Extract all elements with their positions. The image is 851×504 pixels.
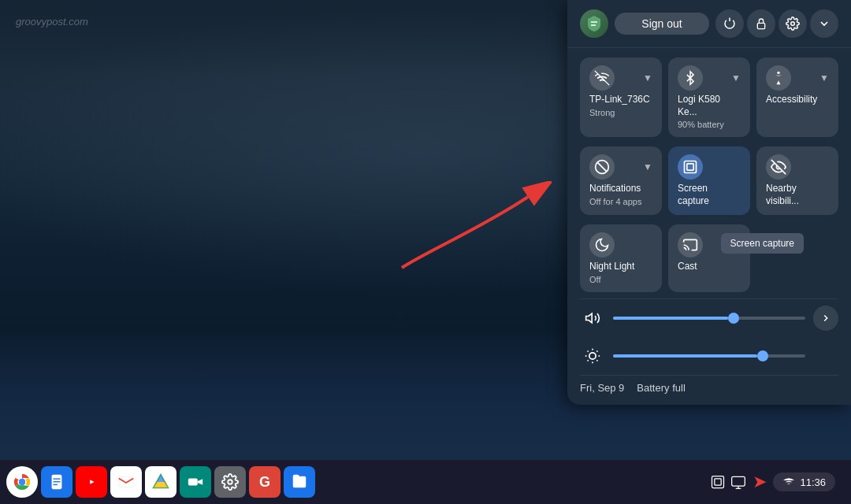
brightness-fill — [613, 354, 757, 358]
notifications-tile[interactable]: ▼ Notifications Off for 4 apps — [580, 146, 662, 215]
lock-button[interactable] — [747, 9, 775, 38]
svg-rect-26 — [53, 478, 60, 479]
header-icons — [715, 9, 838, 38]
svg-rect-3 — [757, 23, 764, 28]
cast-tile-header: ▼ — [678, 232, 741, 258]
taskbar-drive[interactable] — [145, 466, 177, 498]
notifications-arrow: ▼ — [643, 161, 652, 172]
nearby-icon — [766, 154, 791, 180]
wifi-tile-header: ▼ — [589, 65, 652, 91]
panel-header: Sign out — [567, 0, 851, 48]
taskbar-youtube[interactable] — [76, 466, 107, 498]
taskbar-status-area[interactable]: 11:36 — [773, 472, 835, 491]
accessibility-label: Accessibility — [766, 94, 817, 106]
svg-rect-35 — [188, 478, 198, 485]
nearby-visibility-tile[interactable]: Nearby visibili... — [756, 146, 838, 215]
taskbar-chrome[interactable] — [6, 466, 38, 498]
svg-point-4 — [791, 22, 795, 26]
screen-capture-tile[interactable]: Screen capture — [668, 146, 750, 215]
user-avatar — [580, 9, 608, 38]
svg-rect-38 — [715, 479, 721, 485]
bluetooth-icon — [678, 65, 703, 91]
quick-settings-panel: Sign out — [567, 0, 851, 405]
svg-point-5 — [777, 72, 779, 74]
expand-button[interactable] — [810, 9, 838, 38]
accessibility-arrow: ▼ — [819, 72, 829, 83]
svg-point-36 — [228, 480, 232, 484]
cast-icon — [678, 232, 703, 258]
svg-rect-27 — [53, 481, 60, 482]
bluetooth-sublabel: 90% battery — [678, 120, 724, 129]
screen-capture-icon — [678, 154, 703, 180]
volume-fill — [613, 317, 728, 320]
taskbar-apps: G — [6, 466, 700, 498]
wifi-label: TP-Link_736C — [589, 94, 650, 106]
taskbar-gmail[interactable] — [110, 466, 142, 498]
watermark: groovypost.com — [16, 16, 88, 28]
taskbar-display-icon — [730, 474, 746, 490]
power-button[interactable] — [715, 9, 744, 38]
tiles-row-1: ▼ TP-Link_736C Strong ▼ Logi K580 Ke... … — [567, 48, 851, 146]
sign-out-button[interactable]: Sign out — [615, 13, 709, 35]
wifi-sublabel: Strong — [589, 108, 615, 117]
empty-tile-3 — [756, 224, 838, 292]
svg-point-13 — [589, 353, 596, 359]
taskbar-meet[interactable] — [180, 466, 211, 498]
night-light-sublabel: Off — [589, 275, 600, 284]
brightness-slider-row — [567, 337, 851, 375]
taskbar-wifi-icon — [782, 476, 795, 488]
brightness-icon — [580, 343, 605, 369]
panel-footer: Fri, Sep 9 Battery full — [567, 376, 851, 405]
taskbar: G ➤ 11:36 — [0, 460, 851, 504]
svg-line-21 — [596, 350, 597, 351]
svg-line-17 — [596, 360, 597, 361]
nearby-label: Nearby visibili... — [766, 183, 829, 207]
wifi-icon — [589, 65, 615, 91]
taskbar-status-icons — [710, 474, 746, 490]
night-light-tile[interactable]: Night Light Off — [580, 224, 662, 292]
night-light-header — [589, 232, 652, 258]
svg-rect-37 — [712, 476, 724, 488]
cast-label: Cast — [678, 261, 697, 273]
tiles-row-2: ▼ Notifications Off for 4 apps Screen ca… — [567, 146, 851, 224]
volume-track[interactable] — [613, 317, 805, 320]
accessibility-tile[interactable]: ▼ Accessibility — [756, 57, 838, 137]
notifications-icon — [589, 154, 615, 180]
svg-line-7 — [597, 162, 607, 172]
taskbar-docs[interactable] — [41, 466, 72, 498]
volume-slider-row — [567, 299, 851, 337]
svg-rect-39 — [732, 476, 745, 486]
taskbar-capture-icon — [710, 474, 726, 490]
cast-arrow: ▼ — [731, 239, 741, 250]
svg-marker-12 — [586, 313, 593, 323]
volume-thumb[interactable] — [728, 313, 739, 324]
nearby-tile-header — [766, 154, 829, 180]
taskbar-files[interactable] — [284, 466, 315, 498]
footer-date: Fri, Sep 9 — [580, 382, 624, 394]
svg-rect-8 — [685, 161, 697, 173]
notifications-tile-header: ▼ — [589, 154, 652, 180]
accessibility-icon — [766, 65, 791, 91]
svg-point-24 — [19, 479, 25, 485]
cast-tile[interactable]: ▼ Cast — [668, 224, 750, 292]
notifications-sublabel: Off for 4 apps — [589, 197, 641, 206]
bluetooth-label: Logi K580 Ke... — [678, 94, 741, 118]
volume-icon — [580, 306, 605, 331]
tiles-row-3: Night Light Off ▼ Cast — [567, 224, 851, 298]
notifications-label: Notifications — [589, 183, 641, 195]
brightness-thumb[interactable] — [757, 350, 768, 361]
wifi-arrow: ▼ — [643, 72, 652, 83]
taskbar-g[interactable]: G — [249, 466, 281, 498]
wifi-tile[interactable]: ▼ TP-Link_736C Strong — [580, 57, 662, 137]
bluetooth-tile[interactable]: ▼ Logi K580 Ke... 90% battery — [668, 57, 750, 137]
taskbar-right: ➤ 11:36 — [700, 472, 845, 492]
svg-rect-28 — [53, 484, 58, 485]
taskbar-settings[interactable] — [214, 466, 246, 498]
night-light-label: Night Light — [589, 261, 634, 273]
settings-button[interactable] — [779, 9, 807, 38]
bluetooth-tile-header: ▼ — [678, 65, 741, 91]
taskbar-red-arrow: ➤ — [753, 472, 767, 492]
brightness-track[interactable] — [613, 354, 805, 358]
svg-line-16 — [588, 350, 589, 351]
volume-expand-button[interactable] — [813, 306, 838, 331]
